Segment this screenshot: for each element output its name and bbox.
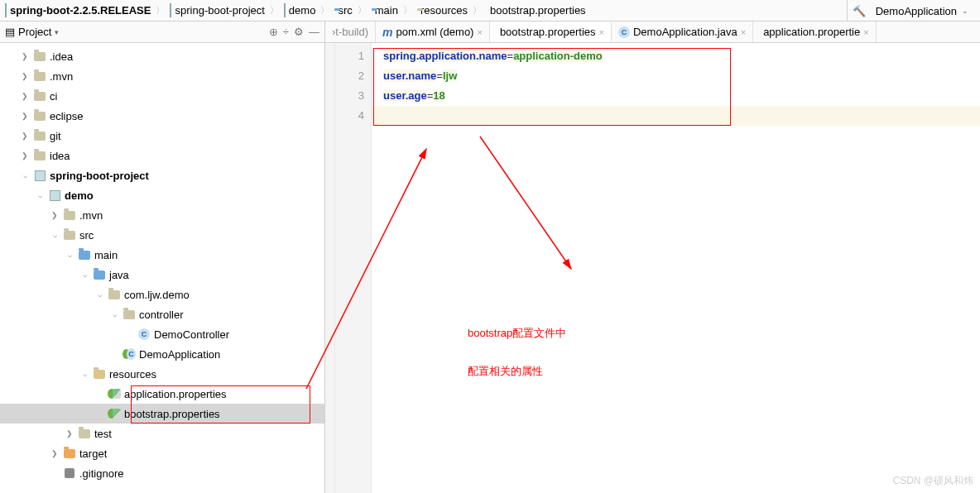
folder-icon: [33, 89, 46, 103]
expand-arrow-icon[interactable]: ❯: [20, 112, 30, 120]
tree-item[interactable]: application.properties: [0, 384, 324, 404]
folder-icon: [108, 288, 121, 301]
watermark: CSDN @硕风和炜: [892, 474, 973, 488]
chevron-down-icon: ⌄: [962, 7, 968, 15]
close-icon[interactable]: ×: [477, 27, 482, 37]
tree-label: .gitignore: [79, 467, 123, 480]
tree-label: src: [79, 229, 94, 242]
breadcrumb-item[interactable]: main: [370, 4, 400, 17]
expand-arrow-icon[interactable]: ❯: [20, 132, 30, 140]
tree-label: main: [94, 249, 118, 261]
tree-label: .mvn: [79, 209, 103, 222]
tree-item[interactable]: ⌵spring-boot-project: [0, 165, 324, 185]
expand-arrow-icon[interactable]: ❯: [20, 52, 30, 60]
tree-item[interactable]: ❯.mvn: [0, 205, 324, 225]
tree-item[interactable]: ⌵main: [0, 245, 324, 265]
breadcrumb-item[interactable]: bootstrap.properties: [485, 4, 588, 17]
expand-arrow-icon[interactable]: ⌵: [79, 370, 89, 378]
target-icon[interactable]: ⊕: [269, 26, 278, 38]
tree-label: controller: [139, 309, 183, 321]
gear-icon[interactable]: ⚙: [294, 26, 304, 38]
project-label: Project: [18, 26, 51, 38]
expand-icon[interactable]: ÷: [283, 26, 289, 38]
tree-item[interactable]: ❯ci: [0, 86, 324, 106]
folder-icon: [93, 268, 106, 281]
folder-icon: [63, 447, 76, 460]
breadcrumb-item[interactable]: src: [333, 4, 353, 17]
editor-tab[interactable]: application.propertie×: [753, 22, 877, 42]
tree-label: ci: [50, 90, 57, 103]
editor-area: 1234 spring.application.name=application…: [325, 43, 980, 493]
tree-label: resources: [109, 368, 156, 381]
tree-item[interactable]: CDemoController: [0, 324, 324, 344]
expand-arrow-icon[interactable]: ❯: [20, 72, 30, 80]
code-editor[interactable]: spring.application.name=application-demo…: [372, 43, 980, 493]
tree-item[interactable]: bootstrap.properties: [0, 404, 324, 424]
editor-tab[interactable]: ›t-build): [325, 22, 376, 42]
tree-label: eclipse: [50, 110, 83, 122]
java-class-icon: C: [137, 328, 151, 341]
editor-tab[interactable]: CDemoApplication.java×: [612, 22, 753, 42]
tree-item[interactable]: ❯git: [0, 126, 324, 146]
expand-arrow-icon[interactable]: ❯: [50, 449, 60, 457]
tree-label: bootstrap.properties: [124, 408, 220, 420]
tree-label: DemoApplication: [139, 348, 220, 361]
tree-item[interactable]: ❯idea: [0, 146, 324, 165]
expand-arrow-icon[interactable]: ⌵: [79, 270, 89, 279]
expand-arrow-icon[interactable]: ❯: [50, 211, 60, 219]
expand-arrow-icon[interactable]: ❯: [20, 151, 30, 160]
tree-item[interactable]: ⌵controller: [0, 304, 324, 324]
project-icon: ▤: [5, 26, 15, 38]
expand-arrow-icon[interactable]: ⌵: [65, 251, 74, 259]
expand-arrow-icon[interactable]: ❯: [20, 92, 30, 100]
minimize-icon[interactable]: —: [309, 26, 319, 38]
expand-arrow-icon[interactable]: ⌵: [94, 290, 104, 299]
tree-label: demo: [65, 189, 94, 202]
run-config-label: DemoApplication: [876, 5, 957, 17]
close-icon[interactable]: ×: [599, 27, 604, 37]
chevron-right-icon: 〉: [319, 4, 331, 17]
module-icon: [33, 169, 46, 182]
chevron-right-icon: 〉: [356, 4, 368, 17]
tree-item[interactable]: ❯.mvn: [0, 66, 324, 86]
tree-item[interactable]: ⌵demo: [0, 185, 324, 205]
module-icon: [284, 4, 286, 17]
close-icon[interactable]: ×: [741, 27, 746, 37]
breadcrumb-item[interactable]: resources: [416, 4, 469, 17]
run-configuration-selector[interactable]: 🔨 DemoApplication ⌄: [847, 0, 973, 22]
project-tree[interactable]: ❯.idea❯.mvn❯ci❯eclipse❯git❯idea⌵spring-b…: [0, 43, 325, 493]
expand-arrow-icon[interactable]: ❯: [65, 429, 74, 438]
chevron-right-icon: 〉: [268, 4, 281, 17]
tree-item[interactable]: .gitignore: [0, 463, 324, 483]
code-line[interactable]: spring.application.name=application-demo: [383, 46, 980, 66]
breadcrumb-label: spring-boot-project: [175, 4, 264, 17]
code-line[interactable]: user.age=18: [383, 86, 980, 106]
tree-item[interactable]: ❯.idea: [0, 46, 324, 66]
tree-label: test: [94, 428, 112, 440]
project-view-selector[interactable]: ▤ Project ▾: [5, 26, 59, 38]
editor-tab[interactable]: bootstrap.properties×: [490, 22, 612, 42]
tree-item[interactable]: ❯eclipse: [0, 106, 324, 126]
expand-arrow-icon[interactable]: ⌵: [20, 171, 30, 179]
expand-arrow-icon[interactable]: ⌵: [50, 231, 60, 239]
tree-item[interactable]: ⌵java: [0, 265, 324, 285]
tree-item[interactable]: CDemoApplication: [0, 344, 324, 364]
breadcrumb-label: src: [338, 4, 352, 17]
breadcrumb-item[interactable]: spring-boot-project: [168, 4, 266, 17]
tree-item[interactable]: ❯test: [0, 424, 324, 443]
folder-icon: [78, 248, 91, 261]
expand-arrow-icon[interactable]: ⌵: [109, 310, 119, 318]
tree-label: target: [79, 448, 107, 460]
close-icon[interactable]: ×: [863, 27, 868, 37]
line-number: 1: [335, 46, 371, 66]
tree-item[interactable]: ⌵resources: [0, 364, 324, 384]
tree-item[interactable]: ⌵com.ljw.demo: [0, 285, 324, 304]
tree-item[interactable]: ❯target: [0, 443, 324, 463]
breadcrumb-item[interactable]: demo: [282, 4, 318, 17]
code-line[interactable]: user.name=ljw: [383, 66, 980, 86]
expand-arrow-icon[interactable]: ⌵: [35, 191, 45, 199]
editor-tab[interactable]: mpom.xml (demo)×: [376, 22, 490, 42]
breadcrumb-item[interactable]: spring-boot-2.2.5.RELEASE: [3, 4, 152, 17]
tree-item[interactable]: ⌵src: [0, 225, 324, 245]
hammer-icon: 🔨: [853, 5, 866, 17]
